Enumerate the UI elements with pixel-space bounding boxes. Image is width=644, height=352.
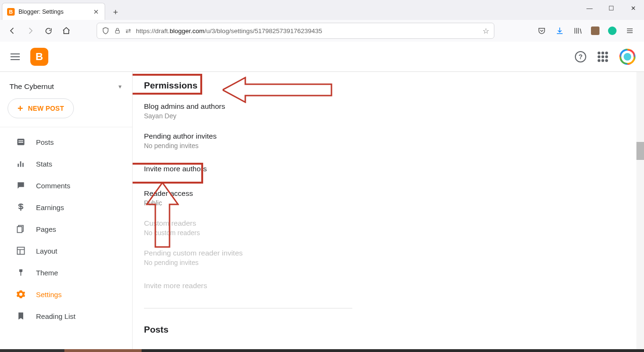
settings-content: Permissions Blog admins and authors Saya… [133, 72, 644, 352]
nav-back-button[interactable] [6, 24, 19, 37]
new-post-button[interactable]: + NEW POST [8, 98, 74, 118]
app-menu-icon[interactable] [625, 26, 635, 35]
svg-rect-9 [18, 247, 25, 255]
posts-icon [16, 137, 26, 147]
row-label: Pending custom reader invites [144, 246, 352, 259]
pages-icon [16, 224, 26, 234]
blog-selector[interactable]: The Cybernut ▼ [0, 78, 132, 98]
extension-icon-2[interactable] [608, 26, 617, 35]
content-scrollbar-thumb[interactable] [636, 142, 644, 160]
sidebar-item-comments[interactable]: Comments [0, 175, 132, 196]
row-value: No pending invites [144, 259, 352, 268]
sidebar-item-earnings[interactable]: Earnings [0, 196, 132, 218]
svg-rect-4 [18, 164, 19, 167]
nav-label: Comments [36, 182, 71, 190]
theme-icon [16, 268, 26, 277]
reading-list-icon [16, 311, 26, 321]
section-title-permissions: Permissions [144, 76, 352, 96]
row-custom-readers: Custom readers No custom readers [144, 212, 352, 242]
nav-label: Earnings [36, 203, 64, 211]
section-divider [144, 308, 352, 308]
row-value: No pending invites [144, 142, 352, 151]
bookmark-star-icon[interactable]: ☆ [483, 26, 489, 35]
row-invite-more-authors[interactable]: Invite more authors [144, 155, 352, 183]
new-post-label: NEW POST [28, 105, 64, 112]
row-pending-author-invites[interactable]: Pending author invites No pending invite… [144, 125, 352, 155]
row-label: Pending author invites [144, 129, 352, 142]
nav-label: Settings [36, 290, 62, 299]
row-label: Custom readers [144, 216, 352, 229]
window-close[interactable]: ✕ [622, 0, 644, 16]
browser-tab[interactable]: B Blogger: Settings ✕ [2, 3, 105, 20]
nav-label: Stats [36, 160, 52, 168]
svg-rect-0 [116, 30, 119, 33]
layout-icon [16, 246, 26, 255]
help-icon[interactable]: ? [575, 51, 586, 62]
svg-rect-2 [18, 141, 23, 141]
nav-label: Pages [36, 225, 56, 233]
row-value: No custom readers [144, 229, 352, 238]
content-scrollbar-track[interactable] [636, 72, 644, 352]
main-menu-button[interactable] [9, 50, 22, 63]
row-blog-admins[interactable]: Blog admins and authors Sayan Dey [144, 96, 352, 125]
sidebar-item-stats[interactable]: Stats [0, 153, 132, 175]
nav-forward-button[interactable] [24, 24, 37, 37]
google-apps-icon[interactable] [598, 52, 608, 62]
row-invite-more-readers: Invite more readers [144, 272, 352, 299]
svg-rect-8 [18, 227, 22, 233]
row-label: Invite more readers [144, 276, 352, 296]
blogger-logo[interactable]: B [30, 48, 48, 66]
downloads-icon[interactable] [555, 26, 564, 35]
section-title-posts: Posts [144, 320, 352, 335]
tab-title: Blogger: Settings [18, 9, 89, 15]
nav-label: Layout [36, 247, 57, 255]
favicon-blogger: B [7, 8, 15, 16]
nav-label: Reading List [36, 312, 75, 320]
row-value: Public [144, 199, 352, 209]
svg-rect-5 [20, 161, 21, 167]
sidebar-item-pages[interactable]: Pages [0, 218, 132, 240]
row-reader-access[interactable]: Reader access Public [144, 183, 352, 212]
comments-icon [16, 181, 26, 190]
sidebar-item-settings[interactable]: Settings [0, 283, 132, 305]
tab-close-icon[interactable]: ✕ [92, 7, 100, 17]
chevron-down-icon: ▼ [117, 84, 123, 89]
account-avatar[interactable] [619, 49, 635, 65]
permissions-icon: ⇄ [125, 27, 131, 35]
row-label: Blog admins and authors [144, 99, 352, 112]
window-minimize[interactable]: — [579, 0, 600, 16]
lock-icon [114, 27, 121, 34]
url-text: https://draft.blogger.com/u/3/blog/setti… [136, 27, 478, 35]
sidebar: The Cybernut ▼ + NEW POST Posts Stats Co… [0, 72, 133, 352]
sidebar-item-theme[interactable]: Theme [0, 262, 132, 283]
row-value: Sayan Dey [144, 112, 352, 122]
sidebar-item-posts[interactable]: Posts [0, 131, 132, 153]
nav-reload-button[interactable] [42, 24, 55, 37]
url-bar[interactable]: ⇄ https://draft.blogger.com/u/3/blog/set… [97, 23, 494, 39]
taskbar-sliver [0, 349, 644, 352]
shield-icon [102, 27, 109, 35]
blog-name: The Cybernut [9, 82, 54, 91]
nav-label: Theme [36, 269, 58, 277]
svg-rect-6 [22, 163, 24, 167]
gear-icon [16, 290, 26, 299]
row-label: Reader access [144, 186, 352, 199]
window-maximize[interactable]: ☐ [600, 0, 622, 16]
earnings-icon [16, 202, 26, 212]
sidebar-item-layout[interactable]: Layout [0, 240, 132, 262]
pocket-icon[interactable] [537, 26, 546, 35]
sidebar-item-reading-list[interactable]: Reading List [0, 305, 132, 327]
nav-label: Posts [36, 138, 54, 146]
extension-icon-1[interactable] [591, 26, 599, 35]
library-icon[interactable] [573, 26, 582, 35]
svg-rect-3 [18, 142, 23, 143]
nav-home-button[interactable] [60, 24, 73, 37]
new-tab-button[interactable]: + [108, 5, 123, 20]
nav-divider [0, 127, 132, 127]
plus-icon: + [18, 104, 23, 113]
row-label: Invite more authors [144, 159, 352, 179]
stats-icon [16, 159, 26, 168]
row-pending-reader-invites: Pending custom reader invites No pending… [144, 242, 352, 272]
